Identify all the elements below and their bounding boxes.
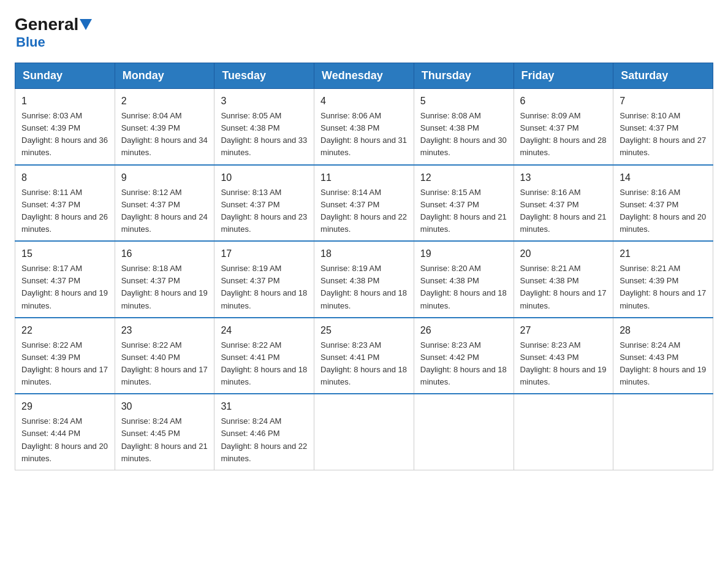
day-number: 17	[221, 247, 308, 261]
calendar-cell: 4Sunrise: 8:06 AMSunset: 4:38 PMDaylight…	[314, 89, 414, 165]
day-info: Sunrise: 8:18 AMSunset: 4:37 PMDaylight:…	[121, 262, 208, 312]
page-header: General Blue	[15, 15, 713, 50]
day-number: 10	[221, 170, 308, 185]
day-number: 15	[21, 247, 108, 261]
week-row-3: 15Sunrise: 8:17 AMSunset: 4:37 PMDayligh…	[15, 241, 713, 318]
day-number: 5	[420, 94, 507, 109]
day-info: Sunrise: 8:23 AMSunset: 4:42 PMDaylight:…	[420, 339, 507, 389]
day-number: 20	[520, 247, 607, 261]
day-number: 9	[121, 170, 208, 185]
calendar-cell: 22Sunrise: 8:22 AMSunset: 4:39 PMDayligh…	[15, 318, 115, 394]
day-info: Sunrise: 8:15 AMSunset: 4:37 PMDaylight:…	[420, 186, 507, 236]
week-row-1: 1Sunrise: 8:03 AMSunset: 4:39 PMDaylight…	[15, 89, 713, 165]
calendar-cell: 26Sunrise: 8:23 AMSunset: 4:42 PMDayligh…	[414, 318, 514, 394]
calendar-cell: 7Sunrise: 8:10 AMSunset: 4:37 PMDaylight…	[613, 89, 713, 165]
day-info: Sunrise: 8:22 AMSunset: 4:40 PMDaylight:…	[121, 339, 208, 389]
day-number: 4	[320, 94, 408, 109]
day-number: 31	[221, 399, 308, 414]
header-wednesday: Wednesday	[314, 63, 414, 89]
day-number: 26	[420, 323, 507, 338]
day-number: 18	[320, 247, 408, 261]
header-thursday: Thursday	[414, 63, 514, 89]
calendar-cell: 9Sunrise: 8:12 AMSunset: 4:37 PMDaylight…	[115, 165, 214, 242]
day-info: Sunrise: 8:03 AMSunset: 4:39 PMDaylight:…	[21, 110, 108, 159]
calendar-cell: 18Sunrise: 8:19 AMSunset: 4:38 PMDayligh…	[314, 241, 414, 318]
header-sunday: Sunday	[15, 63, 115, 89]
calendar-cell: 13Sunrise: 8:16 AMSunset: 4:37 PMDayligh…	[514, 165, 613, 242]
calendar-cell	[514, 394, 613, 470]
header-friday: Friday	[514, 63, 613, 89]
calendar-cell: 17Sunrise: 8:19 AMSunset: 4:37 PMDayligh…	[214, 241, 314, 318]
logo-blue-text: Blue	[16, 34, 45, 50]
day-info: Sunrise: 8:21 AMSunset: 4:38 PMDaylight:…	[520, 262, 607, 312]
day-info: Sunrise: 8:10 AMSunset: 4:37 PMDaylight:…	[620, 110, 707, 159]
day-number: 1	[21, 94, 108, 109]
day-info: Sunrise: 8:20 AMSunset: 4:38 PMDaylight:…	[420, 262, 507, 312]
day-number: 16	[121, 247, 208, 261]
day-info: Sunrise: 8:09 AMSunset: 4:37 PMDaylight:…	[520, 110, 607, 159]
logo: General Blue	[15, 15, 93, 50]
day-info: Sunrise: 8:24 AMSunset: 4:43 PMDaylight:…	[620, 339, 707, 389]
day-info: Sunrise: 8:24 AMSunset: 4:46 PMDaylight:…	[221, 415, 308, 465]
day-number: 11	[320, 170, 408, 185]
day-info: Sunrise: 8:16 AMSunset: 4:37 PMDaylight:…	[620, 186, 707, 236]
calendar-cell	[314, 394, 414, 470]
calendar-cell: 29Sunrise: 8:24 AMSunset: 4:44 PMDayligh…	[15, 394, 115, 470]
day-number: 22	[21, 323, 108, 338]
day-info: Sunrise: 8:17 AMSunset: 4:37 PMDaylight:…	[21, 262, 108, 312]
calendar-cell: 19Sunrise: 8:20 AMSunset: 4:38 PMDayligh…	[414, 241, 514, 318]
day-number: 24	[221, 323, 308, 338]
day-number: 8	[21, 170, 108, 185]
day-info: Sunrise: 8:23 AMSunset: 4:43 PMDaylight:…	[520, 339, 607, 389]
day-number: 23	[121, 323, 208, 338]
header-saturday: Saturday	[613, 63, 713, 89]
calendar-cell: 5Sunrise: 8:08 AMSunset: 4:38 PMDaylight…	[414, 89, 514, 165]
calendar-cell: 20Sunrise: 8:21 AMSunset: 4:38 PMDayligh…	[514, 241, 613, 318]
calendar-cell: 25Sunrise: 8:23 AMSunset: 4:41 PMDayligh…	[314, 318, 414, 394]
calendar-cell: 27Sunrise: 8:23 AMSunset: 4:43 PMDayligh…	[514, 318, 613, 394]
day-number: 6	[520, 94, 607, 109]
day-number: 3	[221, 94, 308, 109]
calendar-cell	[613, 394, 713, 470]
day-number: 29	[21, 399, 108, 414]
day-info: Sunrise: 8:22 AMSunset: 4:39 PMDaylight:…	[21, 339, 108, 389]
calendar-cell: 15Sunrise: 8:17 AMSunset: 4:37 PMDayligh…	[15, 241, 115, 318]
week-row-4: 22Sunrise: 8:22 AMSunset: 4:39 PMDayligh…	[15, 318, 713, 394]
day-number: 25	[320, 323, 408, 338]
logo-general-text: General	[15, 15, 78, 34]
calendar-cell: 1Sunrise: 8:03 AMSunset: 4:39 PMDaylight…	[15, 89, 115, 165]
header-monday: Monday	[115, 63, 214, 89]
day-number: 19	[420, 247, 507, 261]
day-number: 28	[620, 323, 707, 338]
day-info: Sunrise: 8:11 AMSunset: 4:37 PMDaylight:…	[21, 186, 108, 236]
header-tuesday: Tuesday	[214, 63, 314, 89]
week-row-5: 29Sunrise: 8:24 AMSunset: 4:44 PMDayligh…	[15, 394, 713, 470]
calendar-cell: 11Sunrise: 8:14 AMSunset: 4:37 PMDayligh…	[314, 165, 414, 242]
day-number: 30	[121, 399, 208, 414]
day-info: Sunrise: 8:14 AMSunset: 4:37 PMDaylight:…	[320, 186, 408, 236]
calendar-cell: 8Sunrise: 8:11 AMSunset: 4:37 PMDaylight…	[15, 165, 115, 242]
calendar-cell: 3Sunrise: 8:05 AMSunset: 4:38 PMDaylight…	[214, 89, 314, 165]
day-info: Sunrise: 8:13 AMSunset: 4:37 PMDaylight:…	[221, 186, 308, 236]
day-info: Sunrise: 8:04 AMSunset: 4:39 PMDaylight:…	[121, 110, 208, 159]
logo-triangle-icon	[80, 19, 92, 30]
calendar-cell: 24Sunrise: 8:22 AMSunset: 4:41 PMDayligh…	[214, 318, 314, 394]
day-info: Sunrise: 8:22 AMSunset: 4:41 PMDaylight:…	[221, 339, 308, 389]
day-number: 27	[520, 323, 607, 338]
calendar-cell: 23Sunrise: 8:22 AMSunset: 4:40 PMDayligh…	[115, 318, 214, 394]
calendar-cell: 2Sunrise: 8:04 AMSunset: 4:39 PMDaylight…	[115, 89, 214, 165]
calendar-cell: 6Sunrise: 8:09 AMSunset: 4:37 PMDaylight…	[514, 89, 613, 165]
day-info: Sunrise: 8:06 AMSunset: 4:38 PMDaylight:…	[320, 110, 408, 159]
calendar-header-row: SundayMondayTuesdayWednesdayThursdayFrid…	[15, 63, 713, 89]
day-info: Sunrise: 8:08 AMSunset: 4:38 PMDaylight:…	[420, 110, 507, 159]
day-number: 13	[520, 170, 607, 185]
calendar-cell: 10Sunrise: 8:13 AMSunset: 4:37 PMDayligh…	[214, 165, 314, 242]
calendar-cell: 16Sunrise: 8:18 AMSunset: 4:37 PMDayligh…	[115, 241, 214, 318]
calendar-cell	[414, 394, 514, 470]
day-info: Sunrise: 8:24 AMSunset: 4:45 PMDaylight:…	[121, 415, 208, 465]
day-number: 21	[620, 247, 707, 261]
day-number: 12	[420, 170, 507, 185]
day-number: 14	[620, 170, 707, 185]
calendar-cell: 28Sunrise: 8:24 AMSunset: 4:43 PMDayligh…	[613, 318, 713, 394]
calendar-cell: 14Sunrise: 8:16 AMSunset: 4:37 PMDayligh…	[613, 165, 713, 242]
